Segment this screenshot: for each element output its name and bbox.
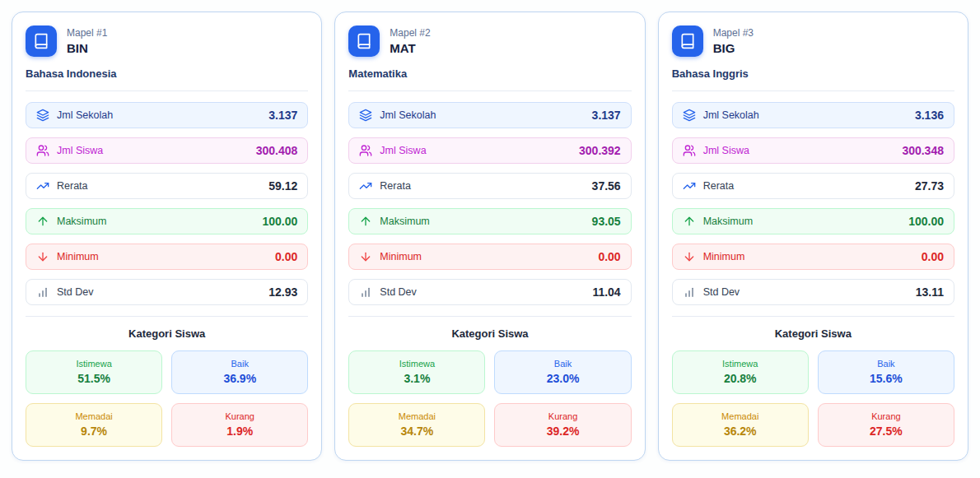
stat-value: 0.00 xyxy=(922,250,944,263)
stat-value: 27.73 xyxy=(915,179,944,193)
category-memadai: Memadai 34.7% xyxy=(348,403,485,447)
subject-name: Bahasa Indonesia xyxy=(26,67,308,80)
category-value: 51.5% xyxy=(30,372,158,385)
stat-row-jml-sekolah: Jml Sekolah 3.137 xyxy=(348,102,631,128)
mapel-card: Mapel #2 MAT Matematika Jml Sekolah 3.13… xyxy=(334,12,645,461)
category-label: Kurang xyxy=(175,411,304,421)
stat-value: 11.04 xyxy=(592,285,620,299)
stat-row-jml-sekolah: Jml Sekolah 3.136 xyxy=(672,102,954,128)
category-value: 36.2% xyxy=(676,425,805,438)
stat-label: Maksimum xyxy=(703,216,753,227)
stat-left: Maksimum xyxy=(36,215,106,228)
stats-list: Jml Sekolah 3.137 Jml Siswa 300.392 xyxy=(348,102,631,305)
subject-name: Bahasa Inggris xyxy=(672,67,954,80)
stat-label: Rerata xyxy=(57,180,88,192)
stat-label: Jml Sekolah xyxy=(703,109,759,121)
category-label: Memadai xyxy=(676,411,805,421)
stat-label: Jml Siswa xyxy=(380,145,426,156)
stat-value: 3.137 xyxy=(268,109,297,122)
stat-value: 300.408 xyxy=(256,144,298,157)
stat-row-jml-siswa: Jml Siswa 300.348 xyxy=(672,137,954,164)
users-icon xyxy=(36,144,49,157)
category-value: 36.9% xyxy=(175,372,304,385)
arrow-down-icon xyxy=(36,250,49,263)
stat-value: 13.11 xyxy=(916,285,944,299)
category-istimewa: Istimewa 51.5% xyxy=(26,350,162,394)
stat-left: Rerata xyxy=(359,179,411,193)
category-label: Istimewa xyxy=(676,359,805,369)
stat-label: Jml Sekolah xyxy=(57,109,113,121)
category-kurang: Kurang 39.2% xyxy=(494,403,631,447)
mapel-cards-container: Mapel #1 BIN Bahasa Indonesia Jml Sekola… xyxy=(12,12,968,461)
mapel-card: Mapel #3 BIG Bahasa Inggris Jml Sekolah … xyxy=(658,12,968,461)
book-icon xyxy=(26,26,57,57)
card-header-text: Mapel #1 BIN xyxy=(67,27,107,55)
stat-value: 100.00 xyxy=(263,215,298,228)
kategori-grid: Istimewa 3.1% Baik 23.0% Memadai 34.7% K… xyxy=(348,350,631,447)
stat-label: Rerata xyxy=(380,180,411,192)
stat-row-minimum: Minimum 0.00 xyxy=(26,244,308,270)
arrow-up-icon xyxy=(36,215,49,228)
stat-left: Jml Sekolah xyxy=(36,109,113,122)
book-icon xyxy=(348,26,380,57)
stat-value: 12.93 xyxy=(268,285,297,299)
stat-value: 0.00 xyxy=(598,250,620,263)
card-header-text: Mapel #3 BIG xyxy=(713,27,754,55)
stat-row-jml-sekolah: Jml Sekolah 3.137 xyxy=(26,102,308,128)
category-value: 27.5% xyxy=(822,425,950,438)
category-memadai: Memadai 9.7% xyxy=(26,403,162,447)
kategori-grid: Istimewa 20.8% Baik 15.6% Memadai 36.2% … xyxy=(672,350,954,447)
stat-label: Maksimum xyxy=(380,216,429,227)
stat-row-maksimum: Maksimum 93.05 xyxy=(348,208,631,234)
stat-value: 3.137 xyxy=(592,109,621,122)
stat-left: Maksimum xyxy=(683,215,753,228)
trending-up-icon xyxy=(683,179,696,193)
stat-row-minimum: Minimum 0.00 xyxy=(672,244,954,270)
stat-label: Std Dev xyxy=(703,286,740,298)
arrow-down-icon xyxy=(683,250,696,263)
stat-row-rerata: Rerata 27.73 xyxy=(672,173,954,199)
stat-left: Jml Siswa xyxy=(683,144,749,157)
stat-label: Jml Siswa xyxy=(57,145,103,156)
category-baik: Baik 15.6% xyxy=(818,350,954,394)
mapel-code: BIG xyxy=(713,41,754,55)
stat-left: Minimum xyxy=(359,250,422,263)
trending-up-icon xyxy=(36,179,49,193)
stat-label: Minimum xyxy=(57,251,99,262)
stat-row-std-dev: Std Dev 12.93 xyxy=(26,279,308,305)
stat-left: Jml Siswa xyxy=(36,144,103,157)
stat-label: Minimum xyxy=(703,251,745,262)
mapel-number: Mapel #3 xyxy=(713,27,754,39)
mapel-code: BIN xyxy=(67,41,107,55)
users-icon xyxy=(359,144,372,157)
category-label: Istimewa xyxy=(352,359,481,369)
stat-left: Std Dev xyxy=(683,285,740,299)
stat-label: Minimum xyxy=(380,251,422,262)
bar-chart-icon xyxy=(36,285,49,299)
category-value: 9.7% xyxy=(30,425,158,438)
stat-value: 59.12 xyxy=(268,179,297,193)
category-kurang: Kurang 27.5% xyxy=(818,403,954,447)
stat-left: Jml Sekolah xyxy=(359,109,436,122)
stat-left: Jml Sekolah xyxy=(683,109,759,122)
mapel-number: Mapel #1 xyxy=(67,27,107,39)
stat-value: 100.00 xyxy=(908,215,944,228)
stat-label: Rerata xyxy=(703,180,735,192)
category-label: Baik xyxy=(822,359,950,369)
stat-label: Std Dev xyxy=(57,286,93,298)
bar-chart-icon xyxy=(683,285,696,299)
mapel-card: Mapel #1 BIN Bahasa Indonesia Jml Sekola… xyxy=(12,12,322,461)
stat-value: 0.00 xyxy=(275,250,297,263)
stat-row-maksimum: Maksimum 100.00 xyxy=(672,208,954,234)
category-istimewa: Istimewa 3.1% xyxy=(348,350,485,394)
layers-icon xyxy=(683,109,696,122)
category-value: 15.6% xyxy=(822,372,950,385)
layers-icon xyxy=(36,109,49,122)
category-value: 23.0% xyxy=(498,372,627,385)
category-istimewa: Istimewa 20.8% xyxy=(672,350,809,394)
category-label: Memadai xyxy=(30,411,158,421)
mapel-number: Mapel #2 xyxy=(390,27,430,39)
stat-left: Maksimum xyxy=(359,215,429,228)
stats-list: Jml Sekolah 3.137 Jml Siswa 300.408 xyxy=(26,102,308,305)
bar-chart-icon xyxy=(359,285,372,299)
